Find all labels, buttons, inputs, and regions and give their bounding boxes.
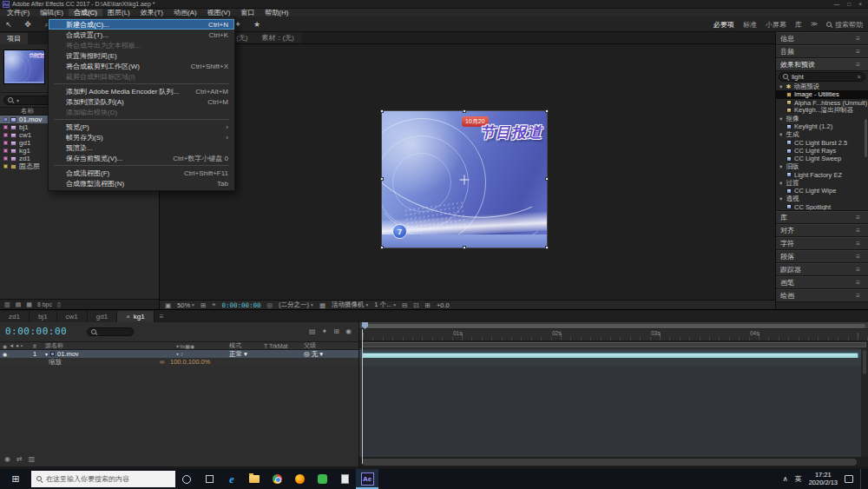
transform-box-icon[interactable]: ▥: [29, 455, 36, 463]
scrollbar-thumb[interactable]: [362, 459, 857, 466]
timeline-tab-bj1[interactable]: bj1: [30, 311, 57, 322]
effect-item-10[interactable]: CC Light Sweep: [776, 155, 868, 162]
panel-bar-跟踪器[interactable]: 跟踪器≡: [776, 263, 868, 276]
workspace-4[interactable]: 库: [795, 20, 802, 30]
timeline-tab-zd1[interactable]: zd1: [0, 311, 30, 322]
tab-project[interactable]: 项目: [0, 33, 28, 44]
panel-menu-icon[interactable]: ≡: [856, 214, 864, 221]
effects-presets-header[interactable]: 效果和预设 ≡: [776, 58, 868, 71]
graph-editor-icon[interactable]: ⇄: [16, 455, 23, 463]
selection-handle[interactable]: [463, 109, 466, 113]
menu-item-8[interactable]: 添加到 Adobe Media Encoder 队列...Ctrl+Alt+M: [49, 86, 234, 96]
interpret-footage-icon[interactable]: ▥: [4, 301, 10, 308]
scrollbar-thumb[interactable]: [863, 350, 866, 374]
mask-toggle-icon[interactable]: ⌖: [212, 301, 215, 309]
panel-bar-字符[interactable]: 字符≡: [776, 237, 868, 250]
panel-bar-画笔[interactable]: 画笔≡: [776, 276, 868, 289]
after-effects-icon[interactable]: Ae: [356, 469, 378, 489]
menubar-item-3[interactable]: 合成(C): [69, 9, 102, 17]
time-navigator[interactable]: [359, 322, 868, 329]
effect-item-12[interactable]: Light Factory EZ: [776, 171, 868, 179]
close-button[interactable]: ×: [858, 1, 862, 7]
workspace-2[interactable]: 标准: [743, 20, 757, 30]
menubar-item-2[interactable]: 编辑(E): [35, 9, 69, 17]
panel-menu-icon[interactable]: ≡: [856, 240, 864, 248]
panel-bar-信息[interactable]: 信息≡: [776, 32, 868, 45]
selection-handle[interactable]: [545, 109, 549, 113]
view-layout-select[interactable]: 1 个...▾: [374, 301, 396, 309]
grid-guides-icon[interactable]: ⊞: [201, 301, 206, 309]
scale-value[interactable]: 100.0,100.0%: [170, 358, 210, 366]
menubar-item-9[interactable]: 帮助(H): [260, 9, 293, 17]
zoom-select[interactable]: 50%▾: [177, 301, 194, 309]
workspace-overflow[interactable]: ≫: [811, 20, 818, 30]
timeline-column-headers[interactable]: ◉◄●▪ # 源名称 ✦\fx▦◉ 模式 T TrkMat 父级: [0, 341, 358, 350]
exposure-value[interactable]: +0.0: [437, 301, 450, 309]
menubar-item-8[interactable]: 窗口: [235, 9, 260, 17]
clear-search-icon[interactable]: ×: [858, 73, 861, 81]
effect-item-14[interactable]: CC Light Wipe: [776, 187, 868, 195]
panel-menu-icon[interactable]: ≡: [856, 227, 864, 235]
draft-3d-icon[interactable]: ✦: [322, 327, 328, 335]
menu-item-1[interactable]: 新建合成(C)...Ctrl+N: [49, 19, 234, 30]
workspace-1[interactable]: 必要项: [713, 20, 734, 30]
effects-group-13[interactable]: ▼过渡: [776, 179, 868, 187]
menubar-item-5[interactable]: 效果(T): [135, 9, 168, 17]
timeline-search-input[interactable]: [87, 327, 134, 336]
constrain-link-icon[interactable]: ∞: [160, 358, 164, 366]
timeline-tab-gd1[interactable]: gd1: [88, 311, 117, 322]
panel-bar-绘画[interactable]: 绘画≡: [776, 289, 868, 302]
bit-depth-button[interactable]: 8 bpc: [37, 301, 52, 307]
region-of-interest-icon[interactable]: ▦: [319, 301, 326, 309]
puppet-pin-tool[interactable]: ★: [253, 20, 261, 29]
panel-menu-icon[interactable]: ≡: [856, 48, 864, 56]
workspace-3[interactable]: 小屏幕: [766, 20, 786, 30]
blend-mode-select[interactable]: 正常 ▾: [229, 350, 264, 359]
twirl-icon[interactable]: ▾: [45, 351, 48, 357]
current-time-display[interactable]: 0:00:00:00: [5, 326, 67, 337]
menu-item-2[interactable]: 合成设置(T)...Ctrl+K: [49, 30, 234, 40]
parent-select[interactable]: ◎ 无 ▾: [304, 350, 358, 359]
menu-item-17[interactable]: 合成流程图(F)Ctrl+Shift+F11: [49, 168, 234, 178]
property-row-scale[interactable]: 缩放 ∞ 100.0,100.0%: [0, 358, 358, 366]
taskbar-search-input[interactable]: 在这里输入你要搜索的内容: [31, 471, 175, 487]
tray-chevron-icon[interactable]: ∧: [783, 475, 788, 483]
edge-icon[interactable]: e: [220, 469, 243, 489]
effect-item-9[interactable]: CC Light Rays: [776, 147, 868, 155]
menu-item-14[interactable]: 预渲染...: [49, 142, 234, 153]
effects-group-11[interactable]: ▼旧版: [776, 163, 868, 171]
maximize-button[interactable]: □: [847, 1, 851, 7]
new-folder-icon[interactable]: ▤: [16, 301, 22, 308]
menu-item-13[interactable]: 帧另存为(S)›: [49, 132, 234, 142]
start-button[interactable]: ⊞: [0, 469, 31, 489]
time-ruler[interactable]: 01s02s03s04s: [359, 329, 868, 341]
file-explorer-icon[interactable]: [243, 469, 266, 489]
search-help[interactable]: 搜索帮助: [826, 20, 863, 30]
taskbar-clock[interactable]: 17:21 2020/2/13: [809, 472, 838, 486]
new-composition-icon[interactable]: ▦: [26, 301, 32, 308]
navigator-thumb[interactable]: [361, 324, 865, 328]
selection-handle[interactable]: [380, 246, 384, 249]
menubar-item-6[interactable]: 动画(A): [168, 9, 202, 17]
menu-item-18[interactable]: 合成微型流程图(N)Tab: [49, 178, 234, 188]
menu-item-15[interactable]: 保存当前预览(V)...Ctrl+数字小键盘 0: [49, 153, 234, 163]
browser-icon[interactable]: [266, 469, 288, 489]
effects-scrollbar[interactable]: [865, 119, 867, 157]
work-area-bar[interactable]: [359, 341, 868, 348]
timeline-tab-cw1[interactable]: cw1: [57, 311, 88, 322]
expand-layers-icon[interactable]: ◉: [4, 455, 10, 463]
show-desktop-button[interactable]: [860, 469, 863, 489]
resolution-select[interactable]: (二分之一)▾: [279, 301, 313, 309]
menu-item-5[interactable]: 将合成裁剪到工作区(W)Ctrl+Shift+X: [49, 61, 234, 71]
close-icon[interactable]: ×: [126, 313, 130, 320]
panel-menu-icon[interactable]: ≡: [856, 35, 864, 43]
panel-menu-icon[interactable]: ≡: [856, 253, 864, 261]
current-time-indicator[interactable]: [362, 329, 363, 464]
panel-bar-音频[interactable]: 音频≡: [776, 45, 868, 58]
panel-menu-icon[interactable]: ≡: [160, 313, 164, 320]
menu-item-12[interactable]: 预览(P)›: [49, 122, 234, 132]
composition-canvas[interactable]: 10月20 节目报道 7: [382, 111, 547, 248]
effects-group-7[interactable]: ▼生成: [776, 131, 868, 139]
trash-icon[interactable]: ▯: [57, 301, 61, 308]
panel-bar-库[interactable]: 库≡: [776, 211, 868, 224]
